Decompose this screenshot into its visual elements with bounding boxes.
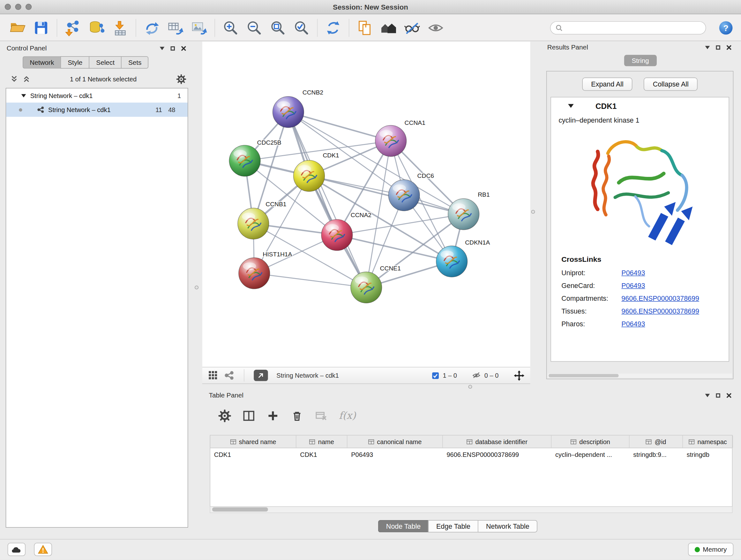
- panel-close-icon[interactable]: [726, 45, 731, 50]
- move-crosshair-icon[interactable]: [514, 370, 525, 381]
- share-network-icon[interactable]: [224, 370, 234, 381]
- warnings-button[interactable]: [34, 543, 52, 556]
- tab-sets[interactable]: Sets: [121, 56, 149, 69]
- refresh-layout-button[interactable]: [322, 17, 344, 39]
- node-CCNB1[interactable]: CCNB1: [238, 201, 286, 240]
- copy-document-button[interactable]: [354, 17, 376, 39]
- column-header-canonical-name[interactable]: canonical name: [347, 435, 443, 448]
- table-horizontal-scrollbar[interactable]: [210, 507, 733, 513]
- import-table-button[interactable]: [109, 17, 131, 39]
- left-splitter-handle[interactable]: [195, 286, 199, 289]
- column-header-shared-name[interactable]: shared name: [210, 435, 296, 448]
- cloud-button[interactable]: [8, 543, 25, 556]
- delete-column-trash-icon[interactable]: [291, 409, 304, 422]
- main-toolbar: ?: [0, 15, 741, 41]
- crosslink-value-link[interactable]: P06493: [621, 320, 645, 328]
- crosslink-row: Compartments:9606.ENSP00000378699: [561, 295, 729, 302]
- panel-float-icon[interactable]: [716, 45, 720, 49]
- tab-network[interactable]: Network: [23, 56, 61, 69]
- node-CDKN1A[interactable]: CDKN1A: [436, 239, 490, 277]
- save-session-button[interactable]: [30, 17, 52, 39]
- help-button[interactable]: ?: [718, 20, 733, 36]
- collapse-caret-icon[interactable]: [21, 94, 26, 97]
- expand-all-icon[interactable]: [23, 75, 30, 83]
- export-table-button[interactable]: [164, 17, 186, 39]
- network-row-selected[interactable]: String Network – cdk1 1148: [6, 103, 188, 117]
- edge-CCNB2-CCNA1[interactable]: [288, 112, 391, 141]
- node-RB1[interactable]: RB1: [448, 191, 490, 230]
- edge-CCNB2-CCNE1[interactable]: [288, 112, 366, 287]
- node-label-CDKN1A: CDKN1A: [465, 239, 490, 246]
- tab-node-table[interactable]: Node Table: [378, 520, 428, 533]
- collapse-all-button[interactable]: Collapse All: [644, 78, 697, 91]
- network-graph[interactable]: CCNB2CCNA1CDC25BCDK1CDC6RB1CCNB1CCNA2CDK…: [202, 42, 530, 367]
- tab-select[interactable]: Select: [89, 56, 121, 69]
- selected-checkbox-icon[interactable]: [432, 372, 439, 379]
- import-network-database-button[interactable]: [85, 17, 107, 39]
- node-CDK1[interactable]: CDK1: [293, 152, 339, 192]
- node-CCNB2[interactable]: CCNB2: [273, 89, 323, 128]
- collapse-all-icon[interactable]: [10, 75, 18, 83]
- crosslink-row: Uniprot:P06493: [561, 269, 729, 277]
- show-eye-button[interactable]: [425, 17, 447, 39]
- open-in-new-window-button[interactable]: [254, 370, 268, 381]
- column-header-name[interactable]: name: [296, 435, 347, 448]
- network-canvas[interactable]: CCNB2CCNA1CDC25BCDK1CDC6RB1CCNB1CCNA2CDK…: [202, 42, 530, 367]
- column-header-description[interactable]: description: [551, 435, 629, 448]
- crosslink-value-link[interactable]: P06493: [621, 269, 645, 277]
- minimize-window-button[interactable]: [15, 4, 21, 10]
- tab-style[interactable]: Style: [61, 56, 89, 69]
- maximize-window-button[interactable]: [25, 4, 31, 10]
- crosslink-value-link[interactable]: 9606.ENSP00000378699: [621, 295, 699, 302]
- panel-menu-icon[interactable]: [705, 394, 710, 397]
- section-collapse-caret-icon[interactable]: [568, 104, 574, 108]
- column-header--id[interactable]: @id: [630, 435, 683, 448]
- tab-string[interactable]: String: [624, 55, 657, 66]
- gear-icon[interactable]: [176, 74, 186, 84]
- homes-button[interactable]: [378, 17, 399, 39]
- toggle-graphics-details-button[interactable]: [401, 17, 423, 39]
- panel-float-icon[interactable]: [171, 46, 175, 50]
- zoom-in-button[interactable]: [220, 17, 242, 39]
- right-splitter-handle[interactable]: [531, 210, 535, 214]
- open-session-button[interactable]: [7, 17, 28, 39]
- crosslink-value-link[interactable]: 9606.ENSP00000378699: [621, 307, 699, 315]
- crosslink-value-link[interactable]: P06493: [621, 282, 645, 290]
- node-CCNA1[interactable]: CCNA1: [375, 119, 425, 157]
- panel-float-icon[interactable]: [716, 393, 720, 397]
- zoom-out-button[interactable]: [244, 17, 265, 39]
- zoom-fit-button[interactable]: [267, 17, 289, 39]
- edge-CDK1-RB1[interactable]: [309, 176, 463, 214]
- edge-CCNA2-CDKN1A[interactable]: [337, 235, 452, 261]
- node-HIST1H1A[interactable]: HIST1H1A: [239, 251, 292, 289]
- protein-structure-image: [579, 128, 701, 252]
- application-window: Session: New Session: [0, 0, 741, 560]
- expand-all-button[interactable]: Expand All: [582, 78, 632, 91]
- hidden-eye-slash-icon[interactable]: [472, 371, 481, 380]
- export-image-button[interactable]: [188, 17, 210, 39]
- tab-network-table[interactable]: Network Table: [478, 520, 537, 533]
- add-column-plus-icon[interactable]: [266, 409, 279, 422]
- panel-close-icon[interactable]: [181, 46, 186, 51]
- search-input[interactable]: [566, 24, 701, 32]
- panel-menu-icon[interactable]: [160, 47, 165, 50]
- network-collection-row[interactable]: String Network – cdk1 1: [6, 88, 188, 103]
- birdseye-grid-icon[interactable]: [208, 370, 219, 381]
- results-scrollbar[interactable]: [548, 374, 732, 378]
- table-row[interactable]: CDK1CDK1P064939606.ENSP00000378699cyclin…: [210, 448, 732, 461]
- table-settings-gear-icon[interactable]: [218, 409, 231, 422]
- show-columns-icon[interactable]: [243, 409, 255, 422]
- column-header-database-identifier[interactable]: database identifier: [443, 435, 552, 448]
- bottom-splitter-handle[interactable]: [468, 385, 472, 388]
- close-window-button[interactable]: [5, 4, 11, 10]
- panel-menu-icon[interactable]: [705, 46, 710, 49]
- import-network-file-button[interactable]: [62, 17, 84, 39]
- tab-edge-table[interactable]: Edge Table: [428, 520, 478, 533]
- column-header-namespac[interactable]: namespac: [683, 435, 733, 448]
- memory-button[interactable]: Memory: [688, 543, 733, 556]
- clone-network-button[interactable]: [141, 17, 162, 39]
- panel-close-icon[interactable]: [726, 393, 731, 398]
- node-label-CCNE1: CCNE1: [380, 265, 401, 272]
- zoom-selected-button[interactable]: [291, 17, 313, 39]
- edge-HIST1H1A-CCNE1[interactable]: [254, 273, 366, 287]
